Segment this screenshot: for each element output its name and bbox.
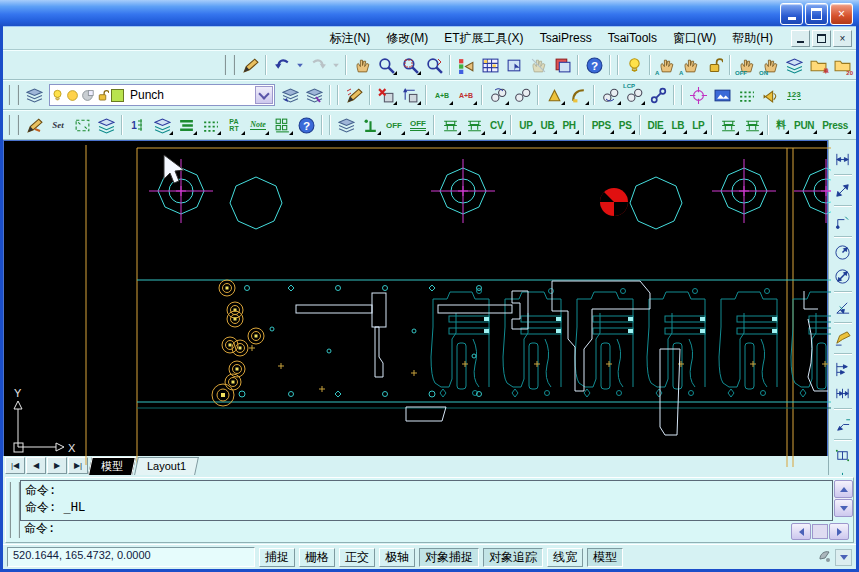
layer-previous-button[interactable] bbox=[278, 83, 302, 107]
dim-angular-button[interactable] bbox=[831, 296, 855, 319]
folder-20-button[interactable]: 20 bbox=[830, 53, 854, 77]
die-section-1-button[interactable] bbox=[438, 113, 462, 137]
redo-button[interactable] bbox=[306, 53, 330, 77]
command-window-handle[interactable] bbox=[9, 482, 20, 538]
purge-horn-button[interactable] bbox=[758, 83, 782, 107]
quick-dim-button[interactable] bbox=[831, 327, 855, 350]
drawing-canvas[interactable]: Y X bbox=[3, 140, 828, 456]
numbers-button[interactable]: 123 bbox=[782, 83, 806, 107]
dim-aligned-button[interactable] bbox=[831, 179, 855, 202]
close-button[interactable]: × bbox=[830, 3, 853, 25]
layer-states-button[interactable] bbox=[302, 83, 326, 107]
command-window[interactable]: 命令: 命令: _HL 命令: bbox=[5, 477, 854, 543]
help-button[interactable] bbox=[582, 53, 606, 77]
menu-tsaitools[interactable]: TsaiTools bbox=[600, 29, 665, 47]
mdi-minimize-button[interactable] bbox=[791, 30, 810, 47]
scroll-down-button[interactable] bbox=[834, 499, 853, 517]
quick-leader-button[interactable] bbox=[831, 413, 855, 436]
press-button[interactable]: Press bbox=[818, 114, 852, 136]
layer-off-button[interactable]: A bbox=[654, 53, 678, 77]
chamfer-button[interactable] bbox=[542, 83, 566, 107]
tolerance-button[interactable] bbox=[831, 444, 855, 467]
dotted-lines-button[interactable] bbox=[734, 83, 758, 107]
copy-circles-button[interactable] bbox=[486, 83, 510, 107]
ph-button[interactable]: PH bbox=[558, 114, 579, 136]
dim-radius-button[interactable] bbox=[831, 241, 855, 264]
layer-on-button[interactable]: A bbox=[678, 53, 702, 77]
dist-ab-button[interactable]: A+B bbox=[430, 83, 454, 107]
lineweight-toggle[interactable]: 线宽 bbox=[547, 548, 583, 567]
layer-stack-button[interactable] bbox=[334, 113, 358, 137]
zoom-previous-button[interactable] bbox=[422, 53, 446, 77]
layer-manager-button[interactable] bbox=[478, 53, 502, 77]
title-bar[interactable]: × bbox=[0, 0, 859, 26]
dim-ordinate-button[interactable] bbox=[831, 210, 855, 233]
command-input[interactable]: 命令: bbox=[20, 519, 773, 539]
layer-combo[interactable]: Punch bbox=[49, 84, 275, 106]
part-label-button[interactable]: PART bbox=[222, 113, 246, 137]
restore-button[interactable] bbox=[805, 3, 828, 25]
dim-diameter-button[interactable] bbox=[831, 265, 855, 288]
hatch-brush-button[interactable] bbox=[22, 113, 46, 137]
minimize-button[interactable] bbox=[780, 3, 803, 25]
match-properties-button[interactable] bbox=[454, 53, 478, 77]
toolbar-handle[interactable] bbox=[8, 115, 19, 135]
green-lines-button[interactable] bbox=[174, 113, 198, 137]
off-lines-button[interactable]: OFF bbox=[406, 113, 430, 137]
cv-button[interactable]: CV bbox=[486, 114, 507, 136]
layer-lightbulb-button[interactable] bbox=[622, 53, 646, 77]
ortho-toggle[interactable]: 正交 bbox=[339, 548, 375, 567]
hscroll-thumb[interactable] bbox=[812, 524, 828, 539]
polar-toggle[interactable]: 极轴 bbox=[379, 548, 415, 567]
pan-disabled-button[interactable] bbox=[526, 53, 550, 77]
scroll-left-button[interactable] bbox=[791, 523, 811, 540]
extents-rect-button[interactable] bbox=[70, 113, 94, 137]
dot-grid-button[interactable] bbox=[198, 113, 222, 137]
model-toggle[interactable]: 模型 bbox=[587, 548, 623, 567]
menu-modify[interactable]: 修改(M) bbox=[378, 28, 436, 49]
layer-unlock-button[interactable] bbox=[702, 53, 726, 77]
liao-button[interactable]: 料 bbox=[772, 114, 790, 136]
menu-et-tools[interactable]: ET扩展工具(X) bbox=[436, 28, 531, 49]
pan-hand-button[interactable] bbox=[350, 53, 374, 77]
lp-button[interactable]: LP bbox=[688, 114, 708, 136]
chain-link-button[interactable] bbox=[646, 83, 670, 107]
lcp-circles-button[interactable]: LCP bbox=[622, 83, 646, 107]
toolbar-handle[interactable] bbox=[224, 55, 235, 75]
osnap-toggle[interactable]: 对象捕捉 bbox=[419, 548, 479, 567]
pps-button[interactable]: PPS bbox=[588, 114, 615, 136]
zoom-realtime-button[interactable] bbox=[374, 53, 398, 77]
perp-point-button[interactable] bbox=[358, 113, 382, 137]
move-box-button[interactable] bbox=[398, 83, 422, 107]
ub-button[interactable]: UB bbox=[537, 114, 559, 136]
die-section-2-button[interactable] bbox=[462, 113, 486, 137]
dist-ab-red-button[interactable]: A+B bbox=[454, 83, 478, 107]
lb-button[interactable]: LB bbox=[667, 114, 688, 136]
center-mark-button[interactable] bbox=[831, 468, 855, 475]
fillet-button[interactable] bbox=[566, 83, 590, 107]
note-label-button[interactable]: Note bbox=[246, 113, 270, 137]
two-circles-button[interactable] bbox=[510, 83, 534, 107]
layer-properties-button[interactable] bbox=[22, 83, 46, 107]
block-grid-button[interactable] bbox=[270, 113, 294, 137]
edit-pencil-button[interactable] bbox=[342, 83, 366, 107]
otrack-toggle[interactable]: 对象追踪 bbox=[483, 548, 543, 567]
designcenter-button[interactable] bbox=[502, 53, 526, 77]
toolbar-handle[interactable] bbox=[8, 85, 19, 105]
scroll-up-button[interactable] bbox=[834, 480, 853, 498]
layer-freeze-off-button[interactable]: OFF bbox=[734, 53, 758, 77]
command-scrollbar[interactable] bbox=[834, 480, 851, 517]
layer-stack-button[interactable] bbox=[782, 53, 806, 77]
draw-pencil-button[interactable] bbox=[238, 53, 262, 77]
zoom-window-button[interactable] bbox=[398, 53, 422, 77]
menu-dimension[interactable]: 标注(N) bbox=[322, 28, 379, 49]
redo-dropdown-button[interactable] bbox=[330, 53, 342, 77]
grid-toggle[interactable]: 栅格 bbox=[299, 548, 335, 567]
snap-toggle[interactable]: 捕捉 bbox=[259, 548, 295, 567]
comm-center-icon[interactable] bbox=[818, 550, 832, 564]
erase-box-button[interactable] bbox=[374, 83, 398, 107]
sheet-red-button[interactable] bbox=[550, 53, 574, 77]
mdi-restore-button[interactable] bbox=[812, 30, 831, 47]
layer-thaw-on-button[interactable]: ON bbox=[758, 53, 782, 77]
undo-button[interactable] bbox=[270, 53, 294, 77]
